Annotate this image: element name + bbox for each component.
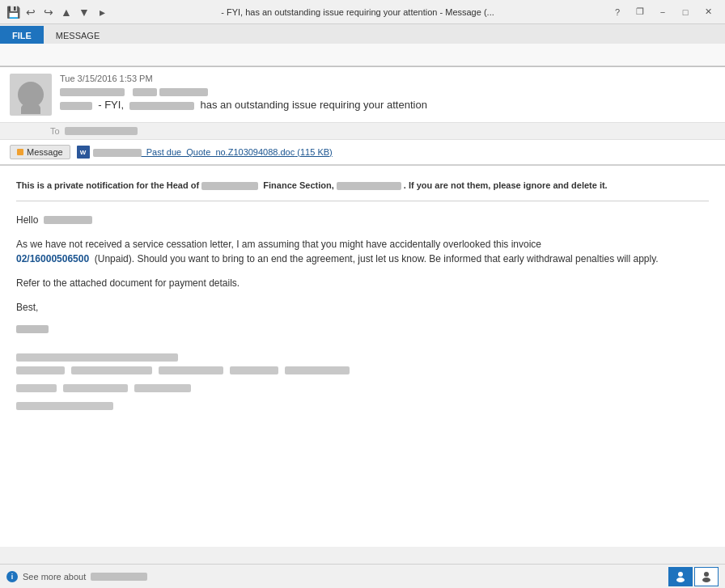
maximize-button[interactable]: □ bbox=[675, 4, 696, 20]
tab-message[interactable]: MESSAGE bbox=[44, 26, 112, 44]
person-icon-2 bbox=[701, 571, 712, 582]
window-controls: ? ❐ − □ ✕ bbox=[607, 4, 719, 20]
footer-line-2b bbox=[71, 366, 152, 374]
contact-btn-1[interactable] bbox=[668, 567, 693, 586]
save-icon[interactable]: 💾 bbox=[6, 6, 19, 19]
message-tag: Message bbox=[10, 145, 70, 159]
subject-prefix-redacted bbox=[60, 102, 92, 110]
attachment-name-text: _Past due_Quote_no.Z103094088.doc bbox=[142, 147, 295, 157]
footer-line-1 bbox=[16, 353, 178, 362]
person-name-redacted bbox=[337, 182, 401, 190]
avatar bbox=[10, 74, 52, 116]
see-more-label: See more about bbox=[23, 572, 86, 582]
undo-icon[interactable]: ↩ bbox=[24, 6, 37, 19]
body-text-1: As we have not received a service cessat… bbox=[16, 239, 541, 250]
message-tag-dot bbox=[17, 149, 23, 155]
footer-line-2a bbox=[16, 366, 65, 374]
closing-para: Best, bbox=[16, 300, 709, 315]
private-notice: This is a private notification for the H… bbox=[16, 179, 709, 192]
greeting-text: Hello bbox=[16, 214, 38, 226]
minimize-button[interactable]: − bbox=[652, 4, 673, 20]
person-icon-1 bbox=[675, 571, 686, 582]
contact-buttons bbox=[668, 567, 719, 586]
footer-line-2e bbox=[285, 366, 350, 374]
close-button[interactable]: ✕ bbox=[697, 4, 719, 20]
footer-signature bbox=[16, 347, 709, 410]
status-name-redacted bbox=[91, 573, 147, 581]
down-arrow-icon[interactable]: ▼ bbox=[78, 6, 91, 19]
to-recipient-redacted bbox=[65, 127, 138, 135]
signature-line bbox=[16, 324, 709, 336]
window-title: - FYI, has an outstanding issue requirin… bbox=[112, 7, 604, 17]
email-to-row: To bbox=[0, 123, 725, 140]
attachment-size: (115 KB) bbox=[297, 147, 332, 157]
help-button[interactable]: ? bbox=[607, 4, 628, 20]
body-para-2: Refer to the attached document for payme… bbox=[16, 276, 709, 290]
svg-point-1 bbox=[676, 577, 685, 582]
attachment-filename[interactable]: _Past due_Quote_no.Z103094088.doc (115 K… bbox=[93, 147, 333, 157]
svg-point-0 bbox=[678, 572, 683, 577]
ribbon-content bbox=[0, 44, 725, 66]
footer-line-4 bbox=[16, 402, 113, 410]
up-arrow-icon[interactable]: ▲ bbox=[60, 6, 73, 19]
body-para-1: As we have not received a service cessat… bbox=[16, 237, 709, 266]
title-bar: 💾 ↩ ↪ ▲ ▼ ▸ - FYI, has an outstanding is… bbox=[0, 0, 725, 24]
closing-text: Best, bbox=[16, 302, 38, 313]
footer-line-3a bbox=[16, 384, 57, 392]
body-divider bbox=[16, 201, 709, 201]
tab-file[interactable]: FILE bbox=[0, 26, 44, 44]
title-bar-icons: 💾 ↩ ↪ ▲ ▼ ▸ bbox=[6, 6, 108, 19]
email-header: Tue 3/15/2016 1:53 PM - FYI, has an outs… bbox=[0, 67, 725, 123]
attachment-bar: Message W _Past due_Quote_no.Z103094088.… bbox=[0, 140, 725, 166]
footer-line-2d bbox=[230, 366, 278, 374]
avatar-icon bbox=[18, 82, 44, 108]
status-bar: i See more about bbox=[0, 564, 725, 588]
svg-point-3 bbox=[702, 577, 710, 582]
email-from bbox=[60, 86, 715, 97]
email-info: Tue 3/15/2016 1:53 PM - FYI, has an outs… bbox=[60, 74, 715, 111]
body-text-2: (Unpaid). Should you want to bring to an… bbox=[95, 253, 659, 264]
attachment-prefix-redacted bbox=[93, 149, 142, 157]
svg-point-2 bbox=[704, 572, 709, 577]
footer-line-3b bbox=[63, 384, 128, 392]
ribbon-tabs: FILE MESSAGE bbox=[0, 24, 725, 44]
options-icon[interactable]: ▸ bbox=[95, 6, 108, 19]
email-subject: - FYI, has an outstanding issue requirin… bbox=[60, 99, 715, 111]
subject-text: has an outstanding issue requiring your … bbox=[200, 99, 426, 111]
message-tag-label: Message bbox=[27, 147, 63, 157]
restore-button[interactable]: ❐ bbox=[630, 4, 651, 20]
body-text-3: Refer to the attached document for payme… bbox=[16, 277, 240, 289]
footer-line-2c bbox=[159, 366, 223, 374]
email-meta-row: Tue 3/15/2016 1:53 PM - FYI, has an outs… bbox=[10, 74, 715, 116]
recipient-name-redacted bbox=[44, 216, 92, 224]
subject-name-redacted bbox=[129, 102, 194, 110]
org-name-redacted bbox=[201, 182, 258, 190]
invoice-number: 02/16000506500 bbox=[16, 253, 89, 264]
email-body: This is a private notification for the H… bbox=[0, 166, 725, 547]
signature-name-redacted bbox=[16, 325, 49, 333]
info-icon: i bbox=[6, 571, 18, 582]
email-date: Tue 3/15/2016 1:53 PM bbox=[60, 74, 715, 83]
ribbon: FILE MESSAGE bbox=[0, 24, 725, 67]
sender-domain-redacted bbox=[159, 88, 208, 96]
attachment-file[interactable]: W _Past due_Quote_no.Z103094088.doc (115… bbox=[77, 146, 333, 159]
sender-name-redacted bbox=[60, 88, 125, 96]
footer-line-3c bbox=[134, 384, 191, 392]
contact-btn-2[interactable] bbox=[694, 567, 719, 586]
to-label: To bbox=[50, 126, 60, 136]
greeting-para: Hello bbox=[16, 213, 709, 227]
sender-id-redacted bbox=[133, 88, 157, 96]
redo-icon[interactable]: ↪ bbox=[42, 6, 55, 19]
word-icon: W bbox=[77, 146, 90, 159]
